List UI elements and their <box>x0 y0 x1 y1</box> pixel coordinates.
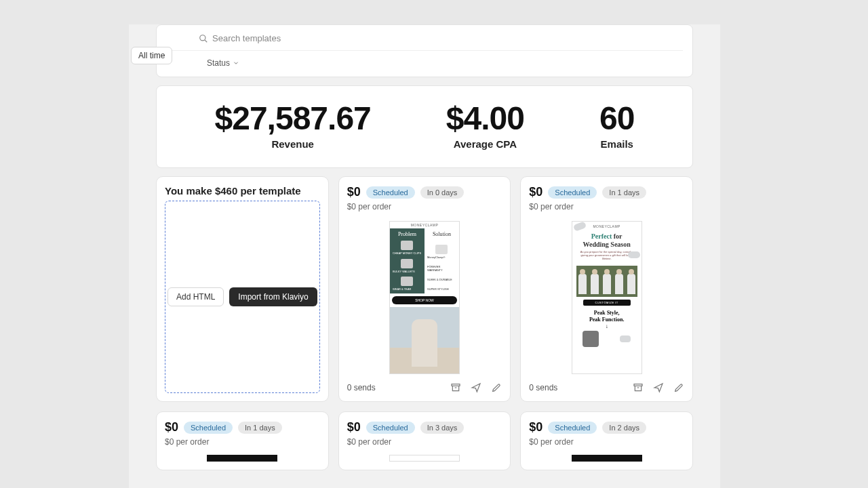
per-order: $0 per order <box>165 437 320 447</box>
send-icon[interactable] <box>471 382 481 393</box>
thumb-text: SLEEK & DURABLE <box>427 278 452 281</box>
thumb-text: WEAR & TEAR <box>393 287 412 291</box>
status-badge: Scheduled <box>366 186 415 199</box>
svg-point-0 <box>200 35 205 40</box>
status-badge: Scheduled <box>184 422 233 434</box>
thumb-left-hdr: Problem <box>393 231 422 237</box>
stat-value: $27,587.67 <box>215 100 371 137</box>
template-card[interactable]: $0 Scheduled In 0 days $0 per order MONE… <box>338 176 511 402</box>
card-amount: $0 <box>529 420 542 434</box>
stat-emails: 60 Emails <box>599 100 634 150</box>
top-filter-bar: All time Status <box>156 24 693 77</box>
per-order: $0 per order <box>347 437 502 447</box>
card-amount: $0 <box>165 420 178 434</box>
thumb-text: BULKY WALLETS <box>393 270 415 273</box>
card-header: $0 Scheduled In 1 days <box>529 185 684 199</box>
add-html-button[interactable]: Add HTML <box>167 287 224 306</box>
timing-badge: In 3 days <box>420 422 465 434</box>
thumb-text: FOREVER WARRANTY <box>427 265 443 272</box>
timing-badge: In 2 days <box>602 422 646 434</box>
template-card[interactable]: $0 Scheduled In 1 days $0 per order <box>156 411 329 470</box>
card-amount: $0 <box>529 185 542 199</box>
edit-icon[interactable] <box>673 382 684 393</box>
status-badge: Scheduled <box>366 422 415 434</box>
card-header: $0 Scheduled In 0 days <box>347 185 502 199</box>
status-badge: Scheduled <box>548 422 597 434</box>
timing-badge: In 1 days <box>238 422 282 434</box>
stat-label: Average CPA <box>446 138 524 150</box>
thumb-brand: MONEYCLAMP <box>390 222 459 228</box>
thumb-peak: Peak Style,Peak Function. <box>572 310 642 323</box>
svg-line-1 <box>205 40 207 42</box>
thumb-peak2: Peak Function. <box>589 317 625 323</box>
thumb-grooms <box>576 266 637 297</box>
svg-rect-4 <box>634 384 642 386</box>
email-thumbnail <box>572 455 642 462</box>
thumb-text: CHEAP MONEY CLIPS <box>393 251 421 255</box>
search-icon <box>199 34 208 43</box>
create-dropzone[interactable]: Add HTML Import from Klaviyo <box>165 201 320 393</box>
thumb-right-hdr: Solution <box>427 231 456 237</box>
archive-icon[interactable] <box>633 382 644 393</box>
card-amount: $0 <box>347 420 361 434</box>
per-order: $0 per order <box>347 202 502 211</box>
chevron-down-icon <box>233 60 239 66</box>
email-thumbnail <box>207 455 277 462</box>
stat-revenue: $27,587.67 Revenue <box>215 100 371 150</box>
search-input[interactable] <box>212 33 683 43</box>
timing-badge: In 1 days <box>602 186 646 199</box>
per-order: $0 per order <box>529 437 684 447</box>
svg-rect-2 <box>452 384 460 386</box>
create-title: You make $460 per template <box>165 185 320 197</box>
edit-icon[interactable] <box>491 382 502 393</box>
stats-panel: $27,587.67 Revenue $4.00 Average CPA 60 … <box>156 85 693 168</box>
thumb-peak1: Peak Style, <box>594 310 620 316</box>
thumb-title: Perfect for Wedding Season <box>578 232 636 249</box>
stat-label: Revenue <box>215 138 371 150</box>
status-badge: Scheduled <box>548 186 597 199</box>
stat-cpa: $4.00 Average CPA <box>446 100 524 150</box>
thumb-bottom <box>572 329 642 348</box>
per-order: $0 per order <box>529 202 684 211</box>
card-header: $0 Scheduled In 2 days <box>529 420 684 434</box>
down-arrow-icon: ↓ <box>572 323 642 329</box>
template-grid: You make $460 per template Add HTML Impo… <box>156 176 693 470</box>
sends-count: 0 sends <box>529 383 557 392</box>
send-icon[interactable] <box>653 382 664 393</box>
archive-icon[interactable] <box>450 382 461 393</box>
template-card[interactable]: $0 Scheduled In 1 days $0 per order MONE… <box>520 176 693 402</box>
stat-value: $4.00 <box>446 100 524 137</box>
card-header: $0 Scheduled In 1 days <box>165 420 320 434</box>
email-thumbnail: MONEYCLAMP Perfect for Wedding Season As… <box>572 221 642 374</box>
thumb-customize: CUSTOMIZE IT <box>583 300 631 306</box>
thumb-text: MoneyClamp® <box>427 256 446 259</box>
template-card[interactable]: $0 Scheduled In 2 days $0 per order <box>520 411 693 470</box>
status-filter[interactable]: Status <box>207 58 239 68</box>
thumb-cta: SHOP NOW <box>392 296 457 304</box>
stat-value: 60 <box>599 100 634 137</box>
thumb-text: SUPER STYLISH <box>427 287 449 291</box>
create-template-card: You make $460 per template Add HTML Impo… <box>156 176 329 402</box>
template-card[interactable]: $0 Scheduled In 3 days $0 per order <box>338 411 511 470</box>
stat-label: Emails <box>599 138 634 150</box>
thumb-hero <box>390 307 459 374</box>
thumb-title-teal: Perfect <box>591 232 612 240</box>
sends-count: 0 sends <box>347 383 376 392</box>
card-header: $0 Scheduled In 3 days <box>347 420 502 434</box>
timeframe-pill[interactable]: All time <box>131 47 172 64</box>
email-thumbnail <box>389 455 460 462</box>
email-thumbnail: MONEYCLAMP Problem CHEAP MONEY CLIPS BUL… <box>389 221 460 374</box>
timing-badge: In 0 days <box>420 186 465 199</box>
import-klaviyo-button[interactable]: Import from Klaviyo <box>229 287 317 306</box>
status-filter-label: Status <box>207 58 230 68</box>
clip-graphic <box>628 251 640 258</box>
card-amount: $0 <box>347 185 361 199</box>
